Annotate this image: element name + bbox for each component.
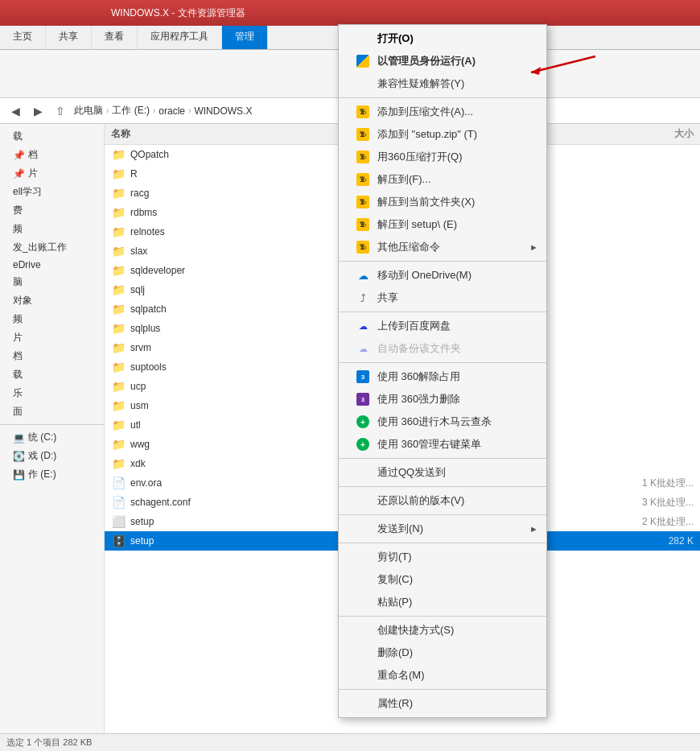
ctx-delete[interactable]: 删除(D)	[339, 642, 546, 664]
sidebar-item-d[interactable]: 💽 戏 (D:)	[0, 447, 104, 465]
address-path: 此电脑 › 工作 (E:) › oracle › WINDOWS.X	[74, 104, 252, 118]
path-part-1[interactable]: 此电脑	[74, 104, 103, 118]
sidebar-item-9[interactable]: 对象	[0, 291, 104, 310]
sidebar-item-3[interactable]: ell学习	[0, 183, 104, 201]
ctx-360-trojan[interactable]: + 使用 360进行木马云查杀	[339, 411, 546, 433]
ctx-extract-here[interactable]: 🗜 解压到当前文件夹(X)	[339, 191, 546, 213]
ctx-sep-3	[339, 312, 546, 312]
folder-icon: 📁	[111, 147, 126, 162]
sidebar-item-0[interactable]: 载	[0, 127, 104, 146]
folder-icon: 📁	[111, 340, 126, 355]
ctx-compatibility[interactable]: 兼容性疑难解答(Y)	[339, 72, 546, 95]
nav-up-button[interactable]: ⇧	[51, 102, 69, 120]
ctx-360-delete-label: 使用 360强力删除	[377, 392, 460, 406]
ctx-add-setup-zip[interactable]: 🗜 添加到 "setup.zip" (T)	[339, 123, 546, 146]
status-bar: 选定 1 个项目 282 KB	[0, 733, 700, 751]
sidebar-item-1[interactable]: 📌 档	[0, 146, 104, 164]
status-text: 选定 1 个项目 282 KB	[6, 737, 92, 749]
path-part-2[interactable]: 工作 (E:)	[112, 104, 150, 118]
ctx-sep-4	[339, 362, 546, 363]
compress-icon-6: 🗜	[355, 218, 371, 231]
ctx-restore-version[interactable]: 还原以前的版本(V)	[339, 489, 546, 512]
ctx-delete-label: 删除(D)	[377, 646, 413, 660]
ctx-restore-label: 还原以前的版本(V)	[377, 493, 464, 508]
folder-icon: 📁	[111, 360, 126, 374]
ctx-auto-backup-label: 自动备份该文件夹	[377, 341, 461, 356]
ctx-add-compress[interactable]: 🗜 添加到压缩文件(A)...	[339, 101, 546, 123]
path-part-3[interactable]: oracle	[159, 105, 185, 117]
tab-view[interactable]: 查看	[92, 26, 138, 49]
ctx-extract-setup[interactable]: 🗜 解压到 setup\ (E)	[339, 213, 546, 236]
sidebar-item-7[interactable]: eDrive	[0, 257, 104, 273]
tab-share[interactable]: 共享	[46, 26, 92, 49]
sidebar-item-15[interactable]: 面	[0, 402, 104, 421]
sidebar-item-8[interactable]: 脑	[0, 273, 104, 291]
ctx-send-to-label: 发送到(N)	[377, 522, 423, 536]
sidebar-item-6[interactable]: 发_出账工作	[0, 238, 104, 257]
folder-icon: 📁	[111, 456, 126, 471]
path-sep-1: ›	[106, 106, 109, 115]
ctx-open[interactable]: 打开(O)	[339, 27, 546, 50]
copy-icon	[355, 573, 371, 586]
ctx-sep-7	[339, 514, 546, 515]
ctx-send-qq[interactable]: 通过QQ发送到	[339, 461, 546, 484]
ctx-sep-6	[339, 486, 546, 487]
ctx-extract-setup-label: 解压到 setup\ (E)	[377, 217, 457, 232]
ctx-rename-label: 重命名(M)	[377, 668, 425, 683]
ctx-open-label: 打开(O)	[377, 31, 414, 46]
sidebar-item-c[interactable]: 💻 统 (C:)	[0, 428, 104, 447]
ctx-upload-baidu[interactable]: ☁ 上传到百度网盘	[339, 315, 546, 337]
nav-back-button[interactable]: ◀	[6, 102, 24, 120]
sidebar-item-13[interactable]: 载	[0, 365, 104, 384]
title-bar: WINDOWS.X - 文件资源管理器	[0, 0, 700, 26]
ctx-extract-to[interactable]: 🗜 解压到(F)...	[339, 168, 546, 191]
sidebar-item-5[interactable]: 频	[0, 220, 104, 238]
nav-forward-button[interactable]: ▶	[29, 102, 47, 120]
tab-manage[interactable]: 管理	[222, 26, 268, 49]
ctx-onedrive-label: 移动到 OneDrive(M)	[377, 268, 471, 283]
ctx-share[interactable]: ⤴ 共享	[339, 287, 546, 309]
sidebar-sep	[0, 424, 104, 425]
sidebar-item-10[interactable]: 频	[0, 310, 104, 328]
compress-icon-7: 🗜	[355, 241, 371, 254]
ctx-other-compress[interactable]: 🗜 其他压缩命令 ►	[339, 236, 546, 258]
baidu-icon-1: ☁	[355, 320, 371, 332]
folder-icon: 📁	[111, 244, 126, 258]
ctx-create-shortcut[interactable]: 创建快捷方式(S)	[339, 619, 546, 642]
ctx-paste[interactable]: 粘贴(P)	[339, 591, 546, 613]
360-green-icon-2: +	[355, 438, 371, 451]
compress-icon-2: 🗜	[355, 128, 371, 141]
tab-home[interactable]: 主页	[0, 26, 46, 49]
path-part-4[interactable]: WINDOWS.X	[194, 105, 252, 117]
folder-icon: 📁	[111, 186, 126, 200]
ctx-360-delete[interactable]: 3 使用 360强力删除	[339, 388, 546, 411]
folder-icon: 📁	[111, 379, 126, 394]
sidebar-item-12[interactable]: 档	[0, 347, 104, 365]
open-icon	[355, 32, 371, 45]
sidebar-item-14[interactable]: 乐	[0, 384, 104, 402]
ctx-run-admin[interactable]: 以管理员身份运行(A)	[339, 50, 546, 72]
sidebar-item-2[interactable]: 📌 片	[0, 164, 104, 183]
ctx-send-to[interactable]: 发送到(N) ►	[339, 518, 546, 540]
restore-icon	[355, 494, 371, 507]
sidebar-item-4[interactable]: 费	[0, 201, 104, 220]
ctx-360-menu[interactable]: + 使用 360管理右键菜单	[339, 433, 546, 456]
folder-icon: 📁	[111, 167, 126, 181]
path-sep-3: ›	[188, 106, 191, 115]
file-size: 3 K批处理...	[637, 496, 694, 510]
ctx-cut[interactable]: 剪切(T)	[339, 546, 546, 568]
file-icon-doc: 📄	[111, 495, 126, 510]
ctx-sep-8	[339, 543, 546, 543]
ctx-copy[interactable]: 复制(C)	[339, 568, 546, 591]
header-size[interactable]: 大小	[637, 127, 694, 141]
file-icon-doc: 📄	[111, 476, 126, 490]
send-to-icon	[355, 522, 371, 535]
ctx-rename[interactable]: 重命名(M)	[339, 664, 546, 687]
ctx-properties[interactable]: 属性(R)	[339, 692, 546, 715]
ctx-open-360[interactable]: 🗜 用360压缩打开(Q)	[339, 146, 546, 168]
sidebar-item-e[interactable]: 💾 作 (E:)	[0, 465, 104, 484]
ctx-360-cleanup[interactable]: 3 使用 360解除占用	[339, 365, 546, 388]
tab-app-tools[interactable]: 应用程序工具	[138, 26, 222, 49]
ctx-move-onedrive[interactable]: ☁ 移动到 OneDrive(M)	[339, 264, 546, 287]
sidebar-item-11[interactable]: 片	[0, 328, 104, 347]
